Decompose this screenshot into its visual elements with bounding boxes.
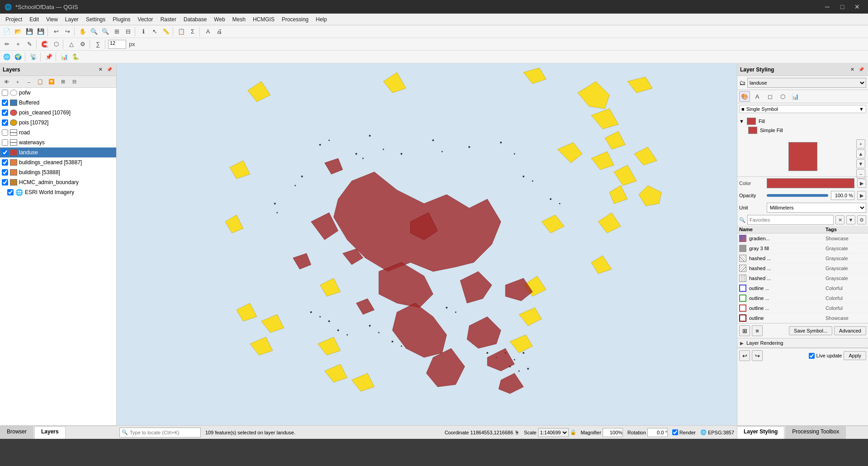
expand-all-btn[interactable]: ⊞ xyxy=(57,76,68,87)
zoom-layer-btn[interactable]: ⊟ xyxy=(123,26,133,37)
unit-select[interactable]: Millimeters xyxy=(767,203,866,213)
layer-rendering-expand[interactable]: ▶ xyxy=(740,341,744,346)
pan-btn[interactable]: ✋ xyxy=(77,26,88,37)
label-btn[interactable]: A xyxy=(203,26,213,37)
symbol-row-outline-dark[interactable]: outline Showcase xyxy=(737,313,868,323)
layer-item-pois-cleaned[interactable]: pois_cleaned [10769] xyxy=(0,108,116,118)
menu-plugins[interactable]: Plugins xyxy=(109,14,134,25)
analysis-btn[interactable]: 📊 xyxy=(59,52,70,62)
menu-database[interactable]: Database xyxy=(180,14,210,25)
locate-input[interactable] xyxy=(130,430,198,435)
color-options-btn[interactable]: ▶ xyxy=(857,179,866,188)
active-layer-select[interactable]: landuse xyxy=(747,78,866,88)
opacity-slider[interactable] xyxy=(767,194,828,197)
history-forward-btn[interactable]: ↪ xyxy=(752,350,763,361)
layer-check-buffered[interactable] xyxy=(2,100,8,106)
layer-check-waterways[interactable] xyxy=(2,139,8,146)
layer-check-road[interactable] xyxy=(2,129,8,136)
history-back-btn[interactable]: ↩ xyxy=(739,350,750,361)
wms-btn[interactable]: 🌐 xyxy=(1,52,12,62)
opacity-options-btn[interactable]: ▶ xyxy=(857,191,866,200)
close-button[interactable]: ✕ xyxy=(851,2,863,11)
color-swatch[interactable] xyxy=(767,178,854,188)
layer-check-pois[interactable] xyxy=(2,119,8,126)
menu-vector[interactable]: Vector xyxy=(134,14,157,25)
layer-item-buffered[interactable]: Buffered xyxy=(0,98,116,108)
favorites-clear-btn[interactable]: ✕ xyxy=(835,215,844,224)
menu-project[interactable]: Project xyxy=(2,14,26,25)
3d-icon[interactable]: ⬡ xyxy=(777,91,788,102)
symbol-row-gradient[interactable]: gradien... Showcase xyxy=(737,233,868,243)
font-size-unit[interactable]: px xyxy=(127,39,137,50)
move-down-btn[interactable]: ▼ xyxy=(856,159,865,168)
opacity-input[interactable] xyxy=(831,191,854,200)
magnifier-input[interactable] xyxy=(603,428,623,437)
symbol-type-selector[interactable]: ■ Single Symbol ▼ xyxy=(739,105,866,113)
apply-btn[interactable]: Apply xyxy=(844,351,866,360)
layer-item-road[interactable]: road xyxy=(0,128,116,138)
save-project-btn[interactable]: 💾 xyxy=(24,26,35,37)
move-up-btn[interactable]: ▲ xyxy=(856,149,865,158)
styling-pin-btn[interactable]: 📌 xyxy=(857,66,865,74)
menu-layer[interactable]: Layer xyxy=(61,14,82,25)
new-project-btn[interactable]: 📄 xyxy=(1,26,12,37)
zoom-in-btn[interactable]: 🔍 xyxy=(89,26,99,37)
digitize-btn[interactable]: ✏ xyxy=(1,39,12,50)
edit-btn[interactable]: ✎ xyxy=(24,39,35,50)
menu-raster[interactable]: Raster xyxy=(157,14,180,25)
wfs-btn[interactable]: 🌍 xyxy=(13,52,24,62)
select-btn[interactable]: ↖ xyxy=(149,26,160,37)
remove-symbol-btn[interactable]: – xyxy=(856,169,865,178)
snap-btn[interactable]: 🧲 xyxy=(39,39,50,50)
menu-web[interactable]: Web xyxy=(210,14,228,25)
layer-item-pois[interactable]: pois [10792] xyxy=(0,118,116,128)
layer-item-esri[interactable]: 🌐 ESRI World Imagery xyxy=(0,187,116,197)
layer-check-buildings-cleaned[interactable] xyxy=(2,159,8,166)
fill-expand-arrow[interactable]: ▼ xyxy=(739,119,744,124)
georef-btn[interactable]: 📌 xyxy=(43,52,54,62)
tab-browser[interactable]: Browser xyxy=(0,426,33,439)
font-size-input[interactable]: 12 xyxy=(108,40,126,49)
layer-check-pofw[interactable] xyxy=(2,90,8,96)
layers-close-btn[interactable]: ✕ xyxy=(96,66,104,74)
python-btn[interactable]: 🐍 xyxy=(70,52,81,62)
paint-icon[interactable]: 🎨 xyxy=(739,91,750,102)
menu-view[interactable]: View xyxy=(42,14,61,25)
zoom-out-btn[interactable]: 🔍 xyxy=(100,26,111,37)
statistics-btn[interactable]: Σ xyxy=(187,26,198,37)
collapse-all-btn[interactable]: ⊟ xyxy=(69,76,80,87)
add-feature-btn[interactable]: + xyxy=(13,39,24,50)
field-calc-btn[interactable]: ∑ xyxy=(93,39,104,50)
advanced-dig-btn[interactable]: ⚙ xyxy=(77,39,88,50)
add-layer-btn[interactable]: + xyxy=(12,76,23,87)
layer-item-waterways[interactable]: waterways xyxy=(0,138,116,147)
layer-item-pofw[interactable]: pofw xyxy=(0,88,116,98)
attribute-btn[interactable]: 📋 xyxy=(176,26,187,37)
layer-check-esri[interactable] xyxy=(7,189,14,195)
save-symbol-btn[interactable]: Save Symbol... xyxy=(789,326,832,335)
remove-layer-btn[interactable]: – xyxy=(24,76,34,87)
save-as-btn[interactable]: 💾 xyxy=(35,26,46,37)
compose-btn[interactable]: 🖨 xyxy=(214,26,225,37)
menu-processing[interactable]: Processing xyxy=(278,14,312,25)
geom-btn[interactable]: △ xyxy=(66,39,77,50)
styling-close-btn[interactable]: ✕ xyxy=(848,66,856,74)
open-table-btn[interactable]: 📋 xyxy=(35,76,46,87)
layer-check-hcmc[interactable] xyxy=(2,179,8,185)
layer-item-buildings[interactable]: buildings [53888] xyxy=(0,167,116,177)
favorites-options-btn[interactable]: ▼ xyxy=(846,215,855,224)
layers-pin-btn[interactable]: 📌 xyxy=(105,66,113,74)
layer-check-landuse[interactable] xyxy=(2,149,8,156)
maximize-button[interactable]: □ xyxy=(836,2,849,11)
scale-select[interactable]: 1:140699 xyxy=(538,428,569,437)
symbol-row-hashed3[interactable]: hashed ... Grayscale xyxy=(737,273,868,283)
favorites-settings-btn[interactable]: ⚙ xyxy=(857,215,866,224)
menu-help[interactable]: Help xyxy=(312,14,331,25)
layer-item-hcmc[interactable]: HCMC_admin_boundary xyxy=(0,177,116,187)
layer-check-buildings[interactable] xyxy=(2,169,8,176)
menu-edit[interactable]: Edit xyxy=(26,14,42,25)
symbol-row-outline-blue[interactable]: outline ... Colorful xyxy=(737,283,868,293)
symbol-row-gray3fill[interactable]: gray 3 fill Grayscale xyxy=(737,243,868,253)
minimize-button[interactable]: ─ xyxy=(821,2,834,11)
filter-layer-btn[interactable]: 🔽 xyxy=(46,76,57,87)
